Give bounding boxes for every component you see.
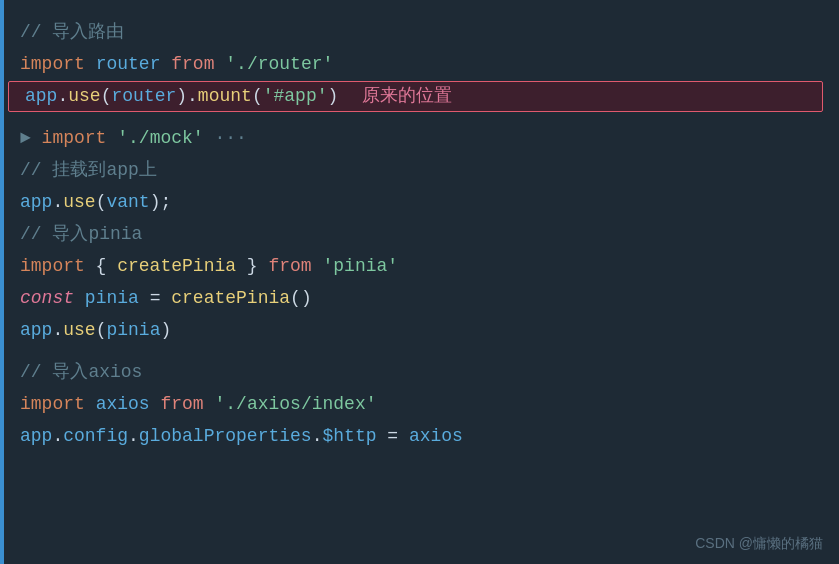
comment-axios: // 导入axios xyxy=(20,358,142,387)
use-func-2: use xyxy=(63,188,95,217)
pinia-var: pinia xyxy=(85,284,139,313)
line-app-use-router: app.use(router).mount('#app') 原来的位置 xyxy=(0,80,839,113)
paren-vant: ( xyxy=(96,188,107,217)
mock-path: './mock' xyxy=(117,124,203,153)
highlighted-box: app.use(router).mount('#app') 原来的位置 xyxy=(8,81,823,112)
space xyxy=(74,284,85,313)
paren-pinia: ( xyxy=(96,316,107,345)
line-comment-axios: // 导入axios xyxy=(0,357,839,389)
comment-pinia: // 导入pinia xyxy=(20,220,142,249)
line-import-router: import router from './router' xyxy=(0,48,839,80)
watermark: CSDN @慵懒的橘猫 xyxy=(695,532,823,554)
pinia-arg: pinia xyxy=(106,316,160,345)
create-pinia-func: createPinia xyxy=(117,252,236,281)
collapse-arrow: ► xyxy=(20,124,42,153)
paren1: ( xyxy=(101,82,112,111)
line-import-mock: ► import './mock' ··· xyxy=(0,123,839,155)
space xyxy=(85,50,96,79)
line-app-use-pinia: app.use(pinia) xyxy=(0,315,839,347)
dot6: . xyxy=(312,422,323,451)
paren3: ( xyxy=(252,82,263,111)
line-comment-pinia: // 导入pinia xyxy=(0,219,839,251)
gap-1 xyxy=(0,113,839,123)
equals: = xyxy=(139,284,171,313)
line-comment-mount: // 挂载到app上 xyxy=(0,155,839,187)
space xyxy=(312,252,323,281)
paren-vant-close: ); xyxy=(150,188,172,217)
paren4: ) xyxy=(328,82,339,111)
dot2: . xyxy=(52,188,63,217)
app-obj-4: app xyxy=(20,422,52,451)
from-pinia: from xyxy=(268,252,311,281)
router-var: router xyxy=(96,50,161,79)
dot4: . xyxy=(52,422,63,451)
space xyxy=(160,50,171,79)
space: { xyxy=(85,252,117,281)
config-prop: config xyxy=(63,422,128,451)
line-import-axios: import axios from './axios/index' xyxy=(0,389,839,421)
line-import-pinia: import { createPinia } from 'pinia' xyxy=(0,251,839,283)
app-obj-3: app xyxy=(20,316,52,345)
from-axios: from xyxy=(160,390,203,419)
mount-func: mount xyxy=(198,82,252,111)
axios-var: axios xyxy=(96,390,150,419)
axios-path: './axios/index' xyxy=(214,390,376,419)
ellipsis: ··· xyxy=(204,124,247,153)
paren-create: () xyxy=(290,284,312,313)
pinia-path: 'pinia' xyxy=(322,252,398,281)
line-app-config: app.config.globalProperties.$http = axio… xyxy=(0,421,839,453)
original-label: 原来的位置 xyxy=(362,82,452,111)
global-props: globalProperties xyxy=(139,422,312,451)
keyword-import-mock: import xyxy=(42,124,107,153)
assign: = xyxy=(377,422,409,451)
code-editor: // 导入路由 import router from './router' ap… xyxy=(0,0,839,564)
app-obj: app xyxy=(25,82,57,111)
line-app-use-vant: app.use(vant); xyxy=(0,187,839,219)
space xyxy=(204,390,215,419)
dot3: . xyxy=(52,316,63,345)
keyword-import-pinia: import xyxy=(20,252,85,281)
from-1: from xyxy=(171,50,214,79)
space xyxy=(85,390,96,419)
space xyxy=(214,50,225,79)
line-const-pinia: const pinia = createPinia () xyxy=(0,283,839,315)
create-pinia-call: createPinia xyxy=(171,284,290,313)
vant-arg: vant xyxy=(106,188,149,217)
use-func-3: use xyxy=(63,316,95,345)
router-path: './router' xyxy=(225,50,333,79)
keyword-import-1: import xyxy=(20,50,85,79)
http-prop: $http xyxy=(322,422,376,451)
app-obj-2: app xyxy=(20,188,52,217)
line-comment-router: // 导入路由 xyxy=(0,16,839,48)
gap-2 xyxy=(0,347,839,357)
dot5: . xyxy=(128,422,139,451)
dot1: . xyxy=(57,82,68,111)
keyword-const: const xyxy=(20,284,74,313)
space xyxy=(150,390,161,419)
hash-app: '#app' xyxy=(263,82,328,111)
use-func: use xyxy=(68,82,100,111)
space xyxy=(106,124,117,153)
space: } xyxy=(236,252,268,281)
keyword-import-axios: import xyxy=(20,390,85,419)
comment-mount: // 挂载到app上 xyxy=(20,156,157,185)
comment-text: // 导入路由 xyxy=(20,18,124,47)
paren-pinia-close: ) xyxy=(160,316,171,345)
router-arg: router xyxy=(111,82,176,111)
paren2: ). xyxy=(176,82,198,111)
axios-val: axios xyxy=(409,422,463,451)
